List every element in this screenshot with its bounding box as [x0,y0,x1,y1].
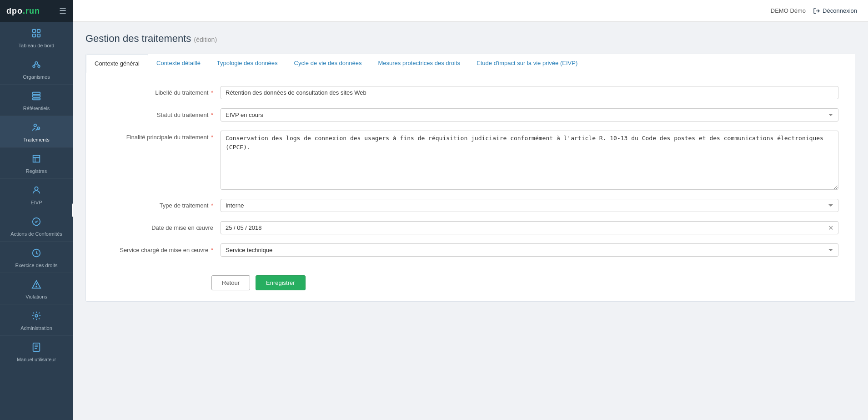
statut-select[interactable]: EIVP en cours En cours Terminé Archivé [221,108,838,121]
libelle-row: Libellé du traitement * [102,86,838,99]
sidebar-item-violations[interactable]: Violations [0,273,73,304]
tab-contexte-general[interactable]: Contexte général [86,54,148,73]
type-row: Type de traitement * Interne Externe Sou… [102,199,838,212]
statut-label: Statut du traitement * [102,108,221,118]
required-star-2: * [211,111,213,118]
exercice-icon [31,248,41,261]
svg-rect-0 [33,30,35,32]
sidebar-item-label: Traitements [23,137,50,142]
tab-cycle-vie[interactable]: Cycle de vie des données [286,54,370,73]
actions-icon [31,217,41,229]
tab-etude-impact[interactable]: Etude d'impact sur la vie privée (EIVP) [468,54,586,73]
topbar-username: DEMO Démo [771,7,806,14]
logo: dpo.run [6,6,40,16]
svg-point-17 [35,314,38,317]
type-label: Type de traitement * [102,199,221,209]
administration-icon [31,311,41,324]
main-content: DEMO Démo Déconnexion Gestion des traite… [73,0,868,420]
enregistrer-button[interactable]: Enregistrer [256,275,306,290]
page-subtitle: (édition) [194,36,217,43]
sidebar-item-actions-conformites[interactable]: Actions de Conformités [0,210,73,242]
sidebar-item-organismes[interactable]: Organismes [0,53,73,85]
date-wrapper: ✕ [221,221,838,234]
date-clear-icon[interactable]: ✕ [828,224,834,232]
sidebar-item-label: EIVP [30,200,42,205]
svg-point-16 [36,286,37,287]
sidebar: dpo.run ☰ Tableau de bord Organismes Réf… [0,0,73,420]
libelle-input[interactable] [221,86,838,99]
sidebar-item-label: Organismes [23,74,50,80]
statut-row: Statut du traitement * EIVP en cours En … [102,108,838,121]
required-star-3: * [211,134,213,141]
svg-point-12 [35,187,38,190]
traitements-icon [31,122,41,135]
tab-mesures-protectrices[interactable]: Mesures protectrices des droits [370,54,468,73]
service-select[interactable]: Service technique Service informatique D… [221,243,838,257]
organismes-icon [31,60,41,72]
sidebar-header: dpo.run ☰ [0,0,73,22]
tab-typologie-donnees[interactable]: Typologie des données [209,54,286,73]
finalite-row: Finalité principale du traitement * Cons… [102,131,838,190]
tabs-container: Contexte général Contexte détaillé Typol… [86,54,855,73]
topbar-user: DEMO Démo Déconnexion [771,7,857,15]
svg-point-5 [33,65,35,67]
form-actions: Retour Enregistrer [86,266,855,290]
sidebar-item-registres[interactable]: Registres [0,147,73,179]
registres-icon [31,154,41,167]
sidebar-item-referentiels[interactable]: Référentiels [0,85,73,116]
dashboard-icon [31,28,41,41]
sidebar-item-label: Manuel utilisateur [17,357,56,362]
sidebar-item-tableau-de-bord[interactable]: Tableau de bord [0,22,73,53]
sidebar-item-label: Registres [26,168,47,174]
svg-rect-3 [37,34,40,37]
finalite-label: Finalité principale du traitement * [102,131,221,141]
service-row: Service chargé de mise en œuvre * Servic… [102,243,838,257]
manuel-icon [31,342,41,355]
topbar: DEMO Démo Déconnexion [73,0,868,22]
date-input[interactable] [221,221,838,234]
required-star-5: * [211,247,213,253]
logout-icon [813,7,820,15]
type-select[interactable]: Interne Externe Sous-traitance [221,199,838,212]
form-body: Libellé du traitement * Statut du traite… [86,73,855,266]
date-label: Date de mise en œuvre [102,221,221,231]
date-row: Date de mise en œuvre ✕ [102,221,838,234]
sidebar-item-label: Violations [25,294,47,299]
violations-icon [31,279,41,292]
sidebar-item-administration[interactable]: Administration [0,304,73,336]
logout-label: Déconnexion [823,7,857,14]
sidebar-item-exercice-droits[interactable]: Exercice des droits [0,242,73,273]
svg-rect-9 [33,98,40,100]
svg-point-4 [35,62,38,65]
sidebar-item-traitements[interactable]: Traitements [0,116,73,147]
svg-rect-1 [37,30,40,32]
eivp-icon [31,185,41,198]
retour-button[interactable]: Retour [211,275,250,290]
sidebar-item-label: Exercice des droits [15,263,58,268]
page-title: Gestion des traitements (édition) [85,33,855,45]
service-label: Service chargé de mise en œuvre * [102,243,221,253]
libelle-label: Libellé du traitement * [102,86,221,96]
tab-contexte-detaille[interactable]: Contexte détaillé [148,54,209,73]
required-star-4: * [211,202,213,209]
sidebar-item-label: Administration [20,325,52,331]
sidebar-item-label: Référentiels [23,106,50,111]
sidebar-item-manuel[interactable]: Manuel utilisateur [0,336,73,367]
svg-rect-7 [33,92,40,95]
hamburger-icon[interactable]: ☰ [59,6,66,16]
svg-rect-2 [33,34,35,37]
svg-point-10 [34,124,37,127]
logout-button[interactable]: Déconnexion [813,7,857,15]
sidebar-collapse-button[interactable]: ‹ [72,203,73,217]
referentiels-icon [31,91,41,104]
required-star: * [211,89,213,96]
finalite-textarea[interactable]: Conservation des logs de connexion des u… [221,131,838,190]
svg-rect-8 [33,95,40,97]
sidebar-item-label: Tableau de bord [19,43,55,48]
svg-point-6 [38,65,40,67]
content-area: Gestion des traitements (édition) Contex… [73,22,868,420]
sidebar-item-label: Actions de Conformités [10,231,62,237]
sidebar-item-eivp[interactable]: EIVP [0,179,73,210]
form-card: Contexte général Contexte détaillé Typol… [85,54,855,302]
